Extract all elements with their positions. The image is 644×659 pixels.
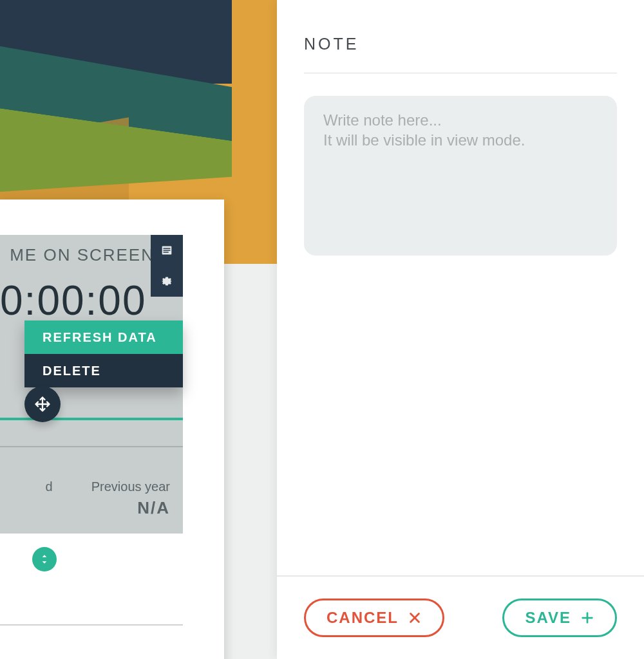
resize-icon[interactable]: [32, 547, 57, 571]
stat-previous-year-value: N/A: [91, 498, 170, 518]
note-footer: CANCEL SAVE: [277, 575, 644, 659]
svg-rect-3: [164, 252, 169, 252]
note-textarea[interactable]: [304, 96, 617, 255]
card-divider: [0, 624, 183, 626]
svg-rect-1: [164, 248, 171, 248]
gear-icon[interactable]: [151, 266, 183, 297]
menu-refresh-data[interactable]: REFRESH DATA: [24, 320, 183, 354]
svg-rect-2: [164, 250, 171, 250]
notes-icon[interactable]: [151, 235, 183, 266]
note-divider: [304, 73, 617, 73]
widget-actions: [151, 235, 183, 297]
widget-title: ME ON SCREEN: [0, 245, 155, 265]
plus-icon: [580, 611, 594, 625]
dashboard-card: ME ON SCREEN 0:00:00 d: [0, 200, 224, 659]
move-icon[interactable]: [24, 386, 61, 422]
save-button[interactable]: SAVE: [502, 599, 617, 637]
stat-previous-year-label: Previous year: [91, 479, 170, 494]
widget-divider: [0, 446, 183, 447]
widget-context-menu: REFRESH DATA DELETE: [24, 320, 183, 387]
note-panel: NOTE CANCEL SAVE: [277, 0, 644, 659]
save-button-label: SAVE: [525, 609, 571, 627]
menu-delete[interactable]: DELETE: [24, 354, 183, 387]
cancel-button[interactable]: CANCEL: [304, 599, 444, 637]
dashboard-background: ME ON SCREEN 0:00:00 d: [0, 0, 277, 659]
cancel-button-label: CANCEL: [327, 609, 399, 627]
stat-left-label: d: [46, 479, 53, 494]
note-heading: NOTE: [304, 35, 617, 53]
widget-divider-accent: [0, 418, 183, 420]
close-icon: [408, 611, 422, 625]
